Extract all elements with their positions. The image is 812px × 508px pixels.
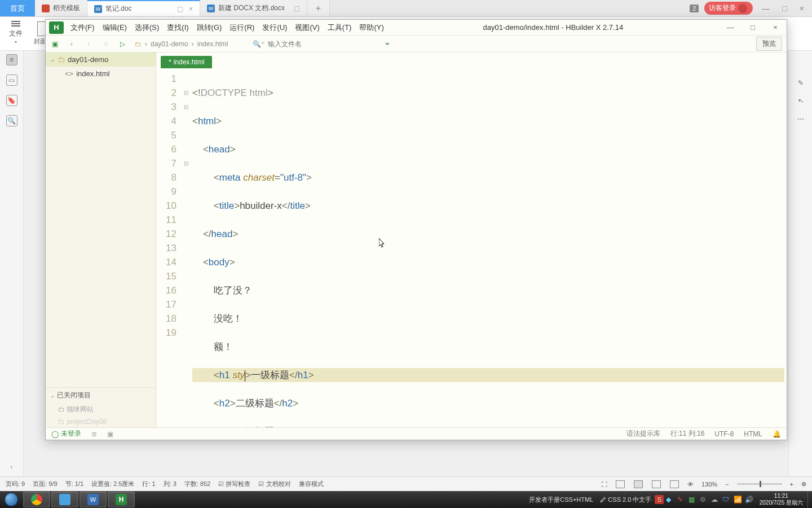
close-button[interactable]: × (764, 23, 787, 32)
wps-home-tab[interactable]: 首页 (0, 0, 35, 16)
bell-icon[interactable]: 🔔 (773, 430, 781, 438)
menu-edit[interactable]: 编辑(E) (99, 21, 130, 34)
zoom-in-icon[interactable]: + (790, 481, 793, 488)
back-icon[interactable]: ‹ (67, 40, 76, 49)
view-print-icon[interactable] (616, 480, 625, 488)
menu-publish[interactable]: 发行(U) (259, 21, 290, 34)
restore-icon[interactable]: ▢ (294, 5, 300, 12)
menu-view[interactable]: 视图(V) (292, 21, 323, 34)
taskbar-app-wps[interactable]: W (80, 492, 107, 507)
zoom-value[interactable]: 130% (701, 481, 717, 488)
close-icon[interactable]: × (189, 5, 193, 13)
guest-login-button[interactable]: 访客登录 (704, 2, 753, 15)
taskbar-app-cloud[interactable] (51, 492, 78, 507)
breadcrumb-part[interactable]: index.html (197, 40, 228, 48)
search-rail-icon[interactable]: 🔍 (6, 115, 17, 126)
proofread-toggle[interactable]: ☑ 文档校对 (258, 480, 290, 488)
taskbar-text[interactable]: 开发者手册CSS+HTML (526, 496, 597, 504)
tray-icon[interactable]: ⚙ (700, 496, 708, 503)
system-tray[interactable]: ◆ ✎ ▦ ⚙ ☁ 🛡 📶 🔊 (664, 496, 755, 503)
project-root[interactable]: ⌄ 🗀 day01-demo (46, 52, 156, 67)
file-menu[interactable]: 文件 ▾ (5, 23, 27, 45)
code-editor[interactable]: 12345678910111213141516171819 ⊟⊟⊟ <!DOCT… (156, 68, 787, 427)
preview-button[interactable]: 预览 (756, 37, 782, 51)
bookmark-rail-icon[interactable]: 🔖 (6, 95, 17, 106)
close-icon[interactable]: × (796, 4, 807, 13)
outline-icon[interactable]: ≡ (6, 54, 17, 65)
menu-goto[interactable]: 跳转(G) (193, 21, 226, 34)
wps-tab-notes[interactable]: W笔记.doc▢× (87, 0, 200, 16)
wps-tab-newdoc[interactable]: W新建 DOCX 文档.docx▢ (200, 0, 307, 16)
collapse-left-icon[interactable]: ‹ (11, 463, 13, 471)
eye-icon[interactable]: 👁 (687, 481, 694, 488)
add-tab-button[interactable]: + (307, 0, 330, 16)
folder-icon: 🗀 (58, 418, 65, 426)
filter-icon[interactable]: ⏷ (384, 40, 391, 48)
menu-help[interactable]: 帮助(Y) (356, 21, 387, 34)
terminal-icon[interactable]: ▣ (107, 430, 113, 438)
menu-find[interactable]: 查找(I) (164, 21, 192, 34)
tray-icon[interactable]: 🛡 (722, 496, 730, 503)
minimize-icon[interactable]: — (758, 4, 773, 13)
taskbar-clock[interactable]: 11:21 2020/7/25 星期六 (755, 493, 807, 506)
breadcrumb-part[interactable]: day01-demo (151, 40, 188, 48)
page-count[interactable]: 页面: 9/9 (33, 480, 57, 488)
login-status[interactable]: ◯未登录 (51, 429, 81, 439)
file-tab-active[interactable]: *index.html (161, 56, 212, 68)
menu-file[interactable]: 文件(F) (67, 21, 98, 34)
volume-icon[interactable]: 🔊 (745, 496, 753, 503)
new-file-icon[interactable]: ▣ (50, 40, 59, 49)
show-desktop-button[interactable] (807, 491, 812, 508)
page-icon[interactable]: ▭ (6, 75, 17, 86)
folder-icon: 🗀 (135, 40, 142, 48)
start-button[interactable] (0, 491, 23, 508)
fold-column[interactable]: ⊟⊟⊟ (182, 68, 190, 427)
minimize-button[interactable]: — (719, 23, 742, 32)
star-icon[interactable]: ☆ (101, 40, 110, 49)
closed-project-item[interactable]: 🗀 projectDay08 (46, 416, 156, 427)
menu-select[interactable]: 选择(S) (131, 21, 162, 34)
menu-run[interactable]: 运行(R) (226, 21, 258, 34)
select-icon[interactable]: ↖ (796, 97, 804, 106)
wps-tab-template[interactable]: 稻壳模板 (35, 0, 87, 16)
run-icon[interactable]: ▷ (118, 40, 127, 49)
tray-icon[interactable]: ◆ (666, 496, 674, 503)
maximize-button[interactable]: □ (742, 23, 764, 32)
word-count[interactable]: 字数: 852 (184, 480, 210, 488)
taskbar-app-chrome[interactable] (23, 492, 50, 507)
search-input[interactable] (268, 40, 381, 48)
restore-icon[interactable]: ▢ (177, 5, 183, 13)
syntax-hint[interactable]: 语法提示库 (626, 429, 660, 439)
zoom-out-icon[interactable]: − (725, 481, 729, 488)
taskbar-text[interactable]: 🖉 CSS 2.0 中文手 (597, 496, 655, 504)
view-web-icon[interactable] (652, 480, 661, 488)
language-mode[interactable]: HTML (744, 430, 762, 438)
network-icon[interactable]: 📶 (734, 496, 742, 503)
ime-icon[interactable]: S (655, 495, 663, 504)
page-number[interactable]: 页码: 9 (6, 480, 25, 488)
view-outline-icon[interactable] (670, 480, 679, 488)
view-read-icon[interactable] (634, 480, 643, 488)
tray-icon[interactable]: ✎ (677, 496, 685, 503)
taskbar-app-hbuilder[interactable]: H (108, 492, 135, 507)
forward-icon[interactable]: › (84, 40, 93, 49)
breadcrumb[interactable]: 🗀 › day01-demo › index.html (135, 40, 228, 48)
settings-icon[interactable]: ⋯ (797, 115, 804, 123)
tray-icon[interactable]: ▦ (689, 496, 696, 503)
tab-label: 稻壳模板 (53, 3, 80, 13)
fullscreen-icon[interactable]: ⛶ (601, 481, 607, 488)
list-icon[interactable]: ≣ (91, 430, 97, 438)
project-file[interactable]: <> index.html (46, 67, 156, 81)
notification-badge[interactable]: 2 (690, 5, 699, 12)
menu-tool[interactable]: 工具(T) (324, 21, 355, 34)
spellcheck-toggle[interactable]: ☑ 拼写检查 (218, 480, 250, 488)
encoding[interactable]: UTF-8 (714, 430, 734, 438)
maximize-icon[interactable]: □ (779, 4, 790, 13)
fit-icon[interactable]: ⊕ (801, 480, 806, 488)
zoom-slider[interactable] (737, 483, 782, 485)
closed-project-item[interactable]: 🗀 猫咪网站 (46, 403, 156, 416)
closed-projects-header[interactable]: ⌄已关闭项目 (46, 388, 156, 403)
edit-icon[interactable]: ✎ (798, 79, 804, 87)
code-content[interactable]: <!DOCTYPE html> <html> <head> <meta char… (190, 68, 787, 427)
tray-icon[interactable]: ☁ (711, 496, 719, 503)
